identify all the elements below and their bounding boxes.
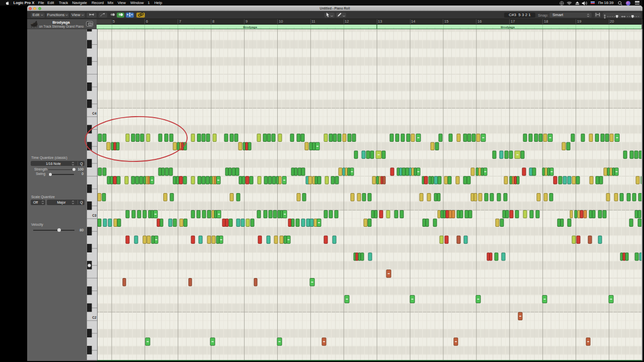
svg-text:C4: C4 <box>92 112 97 115</box>
svg-text:C2: C2 <box>92 316 97 319</box>
svg-text:C3: C3 <box>92 214 97 217</box>
